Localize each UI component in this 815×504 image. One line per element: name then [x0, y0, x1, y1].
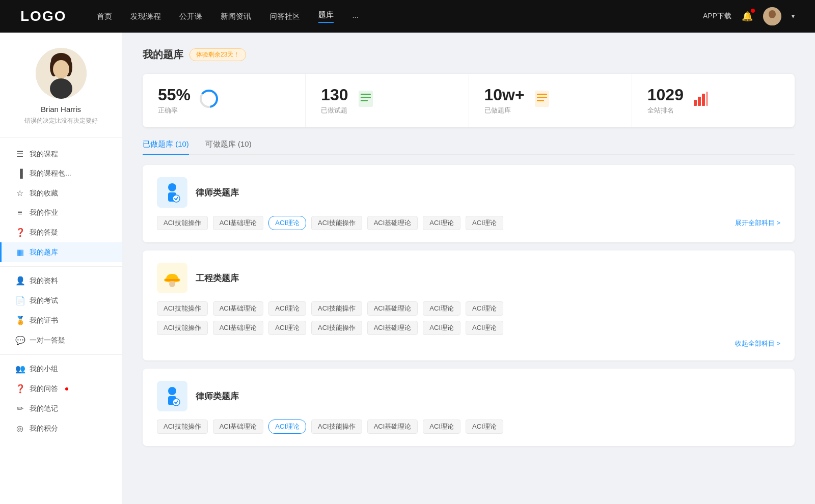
collapse-engineering-label[interactable]: 收起全部科目 > [735, 339, 780, 348]
tag-item[interactable]: ACI技能操作 [311, 419, 362, 434]
tag-item[interactable]: ACI理论 [466, 301, 503, 316]
tab-available-banks[interactable]: 可做题库 (10) [205, 139, 252, 154]
sidebar-item-groups[interactable]: 👥 我的小组 [0, 359, 122, 379]
one-on-one-icon: 💬 [15, 335, 24, 345]
nav-question-bank[interactable]: 题库 [318, 10, 334, 23]
tag-item[interactable]: ACI理论 [423, 301, 460, 316]
my-questions-icon: ❓ [15, 384, 24, 394]
tag-item[interactable]: ACI基础理论 [367, 321, 418, 335]
expand-lawyer-btn[interactable]: 展开全部科目 > [735, 218, 780, 228]
profile-icon: 👤 [15, 276, 24, 286]
accuracy-pie-icon [199, 89, 219, 113]
bank-name-lawyer: 律师类题库 [196, 187, 239, 199]
tag-item[interactable]: ACI理论 [268, 321, 306, 335]
svg-rect-13 [359, 91, 373, 107]
sidebar-label-favorites: 我的收藏 [30, 189, 58, 198]
sidebar-item-qa[interactable]: ❓ 我的答疑 [0, 222, 122, 242]
tab-done-banks[interactable]: 已做题库 (10) [143, 139, 189, 154]
sidebar-item-favorites[interactable]: ☆ 我的收藏 [0, 183, 122, 203]
bank-engineering-tags-row2: ACI技能操作 ACI基础理论 ACI理论 ACI技能操作 ACI基础理论 AC… [157, 321, 780, 335]
stat-done-questions-value: 130 [321, 86, 348, 104]
bank-engineering-tags-row1: ACI技能操作 ACI基础理论 ACI理论 ACI技能操作 ACI基础理论 AC… [157, 301, 780, 316]
favorites-icon: ☆ [15, 188, 24, 198]
tag-item[interactable]: ACI基础理论 [213, 321, 264, 335]
sidebar-item-profile[interactable]: 👤 我的资料 [0, 271, 122, 291]
tag-item[interactable]: ACI理论 [423, 216, 460, 230]
tag-item[interactable]: ACI理论 [466, 419, 503, 434]
app-download-btn[interactable]: APP下载 [703, 12, 731, 21]
svg-rect-17 [535, 91, 549, 107]
tag-item[interactable]: ACI理论 [466, 216, 503, 230]
nav-home[interactable]: 首页 [97, 12, 112, 21]
sidebar-item-certificates[interactable]: 🏅 我的证书 [0, 311, 122, 330]
tag-item-active[interactable]: ACI理论 [268, 419, 306, 434]
tag-item[interactable]: ACI基础理论 [367, 216, 418, 230]
tag-item[interactable]: ACI基础理论 [367, 419, 418, 434]
sidebar-item-points[interactable]: ◎ 我的积分 [0, 418, 122, 438]
sidebar-label-points: 我的积分 [30, 424, 58, 433]
nav-news[interactable]: 新闻资讯 [221, 12, 251, 21]
stat-rank-text: 1029 全站排名 [647, 86, 684, 115]
sidebar-item-my-questions[interactable]: ❓ 我的问答 [0, 379, 122, 399]
sidebar-item-homework[interactable]: ≡ 我的作业 [0, 203, 122, 222]
page-header: 我的题库 体验剩余23天！ [143, 48, 795, 62]
sidebar-item-question-bank[interactable]: ▦ 我的题库 [0, 242, 122, 262]
stat-accuracy: 55% 正确率 [143, 74, 306, 127]
bank-card-lawyer2: 律师类题库 ACI技能操作 ACI基础理论 ACI理论 ACI技能操作 ACI基… [143, 369, 795, 446]
nav-qa[interactable]: 问答社区 [269, 12, 300, 21]
svg-rect-15 [361, 97, 371, 98]
tag-item[interactable]: ACI技能操作 [311, 301, 362, 316]
nav-more[interactable]: ··· [352, 12, 359, 21]
nav-discover[interactable]: 发现课程 [130, 12, 161, 21]
logo[interactable]: LOGO [20, 8, 66, 24]
tag-item[interactable]: ACI理论 [423, 419, 460, 434]
sidebar-item-one-on-one[interactable]: 💬 一对一答疑 [0, 330, 122, 350]
tag-item[interactable]: ACI技能操作 [157, 419, 208, 434]
collapse-engineering-btn: 收起全部科目 > [157, 339, 780, 348]
svg-point-8 [53, 60, 69, 78]
svg-rect-24 [706, 92, 708, 106]
stat-accuracy-text: 55% 正确率 [158, 86, 191, 115]
sidebar-item-course-packages[interactable]: ▐ 我的课程包... [0, 164, 122, 183]
svg-rect-29 [165, 279, 179, 281]
sidebar-item-exams[interactable]: 📄 我的考试 [0, 291, 122, 311]
bank-card-lawyer2-header: 律师类题库 [157, 381, 780, 411]
tag-item[interactable]: ACI技能操作 [311, 216, 362, 230]
svg-rect-20 [537, 100, 544, 101]
tag-item[interactable]: ACI理论 [466, 321, 503, 335]
homework-icon: ≡ [15, 208, 24, 217]
user-avatar[interactable] [763, 7, 781, 25]
qa-icon: ❓ [15, 228, 24, 237]
main-layout: Brian Harris 错误的决定比没有决定要好 ☰ 我的课程 ▐ 我的课程包… [0, 33, 815, 504]
sidebar-divider-1 [0, 266, 122, 267]
tag-item-active[interactable]: ACI理论 [268, 216, 306, 230]
user-menu-chevron[interactable]: ▾ [792, 13, 795, 20]
sidebar-label-my-questions: 我的问答 [30, 384, 58, 394]
svg-rect-14 [361, 94, 371, 95]
svg-point-1 [769, 10, 776, 18]
notes-icon: ✏ [15, 404, 24, 413]
notification-bell[interactable]: 🔔 [742, 11, 753, 22]
sidebar-label-course-packages: 我的课程包... [30, 169, 71, 178]
done-questions-icon [357, 90, 375, 111]
tag-item[interactable]: ACI技能操作 [157, 321, 208, 335]
tag-item[interactable]: ACI基础理论 [213, 216, 264, 230]
sidebar-item-courses[interactable]: ☰ 我的课程 [0, 144, 122, 164]
svg-point-31 [168, 387, 176, 395]
engineer-icon [157, 263, 187, 293]
tag-item[interactable]: ACI理论 [423, 321, 460, 335]
tag-item[interactable]: ACI基础理论 [367, 301, 418, 316]
tag-item[interactable]: ACI技能操作 [157, 301, 208, 316]
sidebar-label-one-on-one: 一对一答疑 [30, 336, 65, 345]
notification-badge [751, 9, 755, 13]
lawyer2-icon [157, 381, 187, 411]
points-icon: ◎ [15, 424, 24, 433]
tag-item[interactable]: ACI基础理论 [213, 419, 264, 434]
tag-item[interactable]: ACI理论 [268, 301, 306, 316]
tag-item[interactable]: ACI基础理论 [213, 301, 264, 316]
tag-item[interactable]: ACI技能操作 [157, 216, 208, 230]
bank-card-lawyer-header: 律师类题库 [157, 177, 780, 208]
sidebar-item-notes[interactable]: ✏ 我的笔记 [0, 399, 122, 418]
nav-open-course[interactable]: 公开课 [179, 12, 202, 21]
tag-item[interactable]: ACI技能操作 [311, 321, 362, 335]
